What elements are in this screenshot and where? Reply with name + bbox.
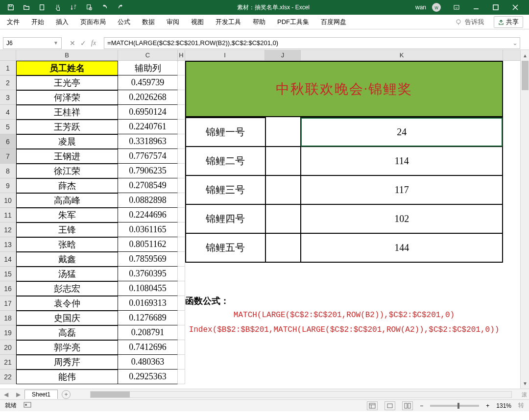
row-header[interactable]: 9 [0,178,16,193]
row-header[interactable]: 16 [0,281,16,296]
cell[interactable]: 0.2925363 [118,370,178,384]
row-header[interactable]: 10 [0,193,16,208]
cell[interactable]: 周秀芹 [16,355,118,370]
sheet-tab-sheet1[interactable]: Sheet1 [24,390,58,399]
cell[interactable]: 0.2244696 [118,208,178,222]
print-preview-button[interactable] [82,1,96,13]
add-sheet-button[interactable]: + [62,390,71,399]
fx-label[interactable]: fx [91,39,96,47]
new-button[interactable] [35,1,49,13]
prize-label[interactable]: 锦鲤一号 [186,118,265,147]
prize-value[interactable]: 117 [301,175,503,204]
cell[interactable]: 0.1080455 [118,281,178,296]
share-button[interactable]: 共享 [494,16,523,28]
cell[interactable]: 0.7767574 [118,149,178,164]
zoom-thumb[interactable] [457,403,459,409]
macro-record-icon[interactable] [24,401,31,410]
row-header[interactable]: 12 [0,222,16,237]
row-header[interactable]: 8 [0,164,16,178]
cell[interactable]: 0.480363 [118,355,178,370]
normal-view-button[interactable] [367,401,378,410]
prize-label[interactable]: 锦鲤二号 [186,147,265,175]
save-button[interactable] [4,1,18,13]
tab-file[interactable]: 文件 [6,16,21,28]
row-header[interactable]: 15 [0,267,16,281]
cancel-formula-button[interactable]: ✕ [70,39,75,47]
col-header-K[interactable]: K [301,50,503,60]
cell[interactable]: 0.0361165 [118,222,178,237]
tab-view[interactable]: 视图 [190,16,205,28]
row-header[interactable]: 2 [0,75,16,90]
col-header-B[interactable]: B [16,50,118,60]
tab-insert[interactable]: 插入 [55,16,70,28]
cell[interactable]: 0.3760395 [118,267,178,281]
enter-formula-button[interactable]: ✓ [80,39,86,47]
prize-label[interactable]: 锦鲤五号 [186,233,265,262]
tab-developer[interactable]: 开发工具 [215,16,242,28]
sheet-nav-next[interactable]: ▶ [12,391,24,398]
cell[interactable]: 0.7412696 [118,340,178,355]
undo-button[interactable] [98,1,112,13]
row-header[interactable]: 3 [0,90,16,105]
col-header-H[interactable]: H [178,50,185,60]
cell[interactable]: 0.8051162 [118,237,178,252]
user-avatar[interactable]: w [432,3,441,12]
cell[interactable]: 0.0169313 [118,296,178,311]
redo-button[interactable] [114,1,127,13]
col-header-C[interactable]: C [118,50,178,60]
cell[interactable]: 郭学亮 [16,340,118,355]
scroll-thumb[interactable] [522,61,529,90]
vertical-scrollbar[interactable]: ▲ ▼ [520,50,529,389]
cell[interactable]: 朱军 [16,208,118,222]
cell[interactable] [265,233,301,262]
tab-home[interactable]: 开始 [30,16,45,28]
prize-label[interactable]: 锦鲤四号 [186,204,265,233]
tab-baidu-drive[interactable]: 百度网盘 [320,16,347,28]
tab-formulas[interactable]: 公式 [117,16,131,28]
cell[interactable]: 王芳跃 [16,120,118,134]
close-button[interactable] [505,0,525,15]
cell[interactable]: 0.2026268 [118,90,178,105]
prize-value[interactable]: 24 [301,118,503,147]
page-break-view-button[interactable] [402,401,413,410]
cell[interactable] [265,147,301,175]
zoom-level[interactable]: 131% [496,402,511,409]
cell[interactable]: 0.459739 [118,75,178,90]
row-header[interactable]: 13 [0,237,16,252]
cell[interactable]: 辅助列 [118,61,178,75]
hscroll-thumb[interactable] [91,392,130,397]
cell[interactable]: 薛杰 [16,178,118,193]
row-header[interactable]: 19 [0,325,16,340]
row-header[interactable]: 22 [0,370,16,384]
tab-data[interactable]: 数据 [141,16,156,28]
cell[interactable]: 张晗 [16,237,118,252]
cell[interactable]: 汤猛 [16,267,118,281]
expand-formula-bar-icon[interactable]: ⌄ [512,39,518,47]
cell[interactable]: 员工姓名 [16,61,118,75]
tab-review[interactable]: 审阅 [166,16,180,28]
cell[interactable]: 王光亭 [16,75,118,90]
horizontal-scrollbar[interactable] [90,391,512,398]
cell[interactable]: 王钢进 [16,149,118,164]
cell[interactable]: 戴鑫 [16,252,118,267]
cell[interactable]: 高磊 [16,325,118,340]
cell[interactable]: 能伟 [16,370,118,384]
formula-input[interactable]: =MATCH(LARGE($C$2:$C$201,ROW(B2)),$C$2:$… [104,37,520,49]
cell[interactable]: 凌晨 [16,134,118,149]
cell[interactable]: 彭志宏 [16,281,118,296]
sheet-nav-prev[interactable]: ◀ [0,391,12,398]
row-header[interactable]: 4 [0,105,16,120]
tab-help[interactable]: 帮助 [252,16,266,28]
cell[interactable]: 0.7906235 [118,164,178,178]
tab-page-layout[interactable]: 页面布局 [79,16,107,28]
zoom-in-button[interactable]: + [486,402,489,409]
row-header[interactable]: 1 [0,61,16,75]
row-header[interactable]: 6 [0,134,16,149]
name-box[interactable]: J6 ▼ [3,37,62,49]
scroll-down-icon[interactable]: ▼ [521,379,529,388]
cell[interactable]: 0.0882898 [118,193,178,208]
open-button[interactable] [20,1,33,13]
cell[interactable]: 何泽荣 [16,90,118,105]
minimize-button[interactable] [466,0,486,15]
sort-button[interactable] [67,1,80,13]
